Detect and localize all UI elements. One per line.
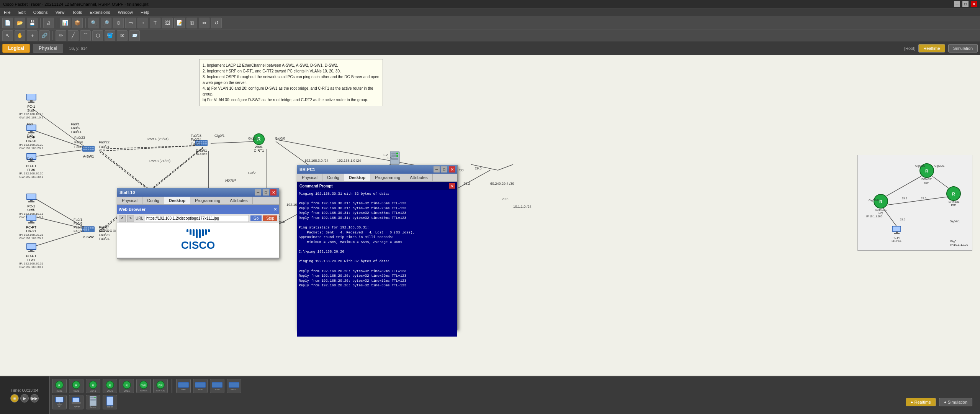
email-icon[interactable]: ✉ (117, 30, 128, 41)
menu-item-tools[interactable]: Tools (70, 9, 83, 15)
place-icon[interactable]: ＋ (27, 30, 38, 41)
stop-button[interactable]: Stop (263, 215, 277, 221)
draw-ellipse-icon[interactable]: ○ (137, 18, 148, 28)
bottom-simulation-btn[interactable]: ● Simulation (939, 398, 972, 406)
device-server[interactable]: Server (86, 395, 100, 409)
tab-physical[interactable]: Physical (117, 197, 142, 204)
menu-item-extensions[interactable]: Extensions (88, 9, 112, 15)
back-btn[interactable]: < (119, 215, 126, 222)
svg-point-63 (396, 153, 398, 154)
delete-icon[interactable]: 🗑 (187, 18, 197, 28)
device-819iox[interactable]: WR 819IOX (136, 379, 151, 393)
note-icon[interactable]: 📝 (174, 18, 185, 28)
pc-pt-it31-node[interactable]: PC-PTIT-31 IP: 192.168.30.31 GW:192.168.… (19, 243, 43, 269)
url-input[interactable] (145, 215, 249, 222)
device-sw-3560[interactable]: 3560 (210, 379, 224, 393)
dsw1-node[interactable]: D-SW1 J0-24PS (195, 138, 208, 156)
menu-item-edit[interactable]: Edit (17, 9, 27, 15)
zoom-reset-icon[interactable]: ⊙ (113, 18, 124, 28)
maximize-button[interactable]: □ (962, 1, 969, 7)
pdu2-icon[interactable]: 📨 (129, 30, 140, 41)
menu-item-help[interactable]: Help (139, 9, 151, 15)
print-icon[interactable]: 🖨 (43, 18, 54, 28)
select-icon[interactable]: ↖ (2, 30, 13, 41)
brpc1-tab-desktop[interactable]: Desktop (344, 174, 370, 181)
device-4331[interactable]: R 4331 (52, 379, 67, 393)
logical-mode-button[interactable]: Logical (2, 44, 30, 53)
menu-item-window[interactable]: Window (116, 9, 134, 15)
device-2911[interactable]: R 2911 (119, 379, 134, 393)
zoom-in-icon[interactable]: 🔍 (88, 18, 99, 28)
go-button[interactable]: Go (250, 215, 262, 221)
brpc1-tab-attributes[interactable]: Attributes (405, 174, 432, 181)
device-laptop[interactable]: Laptop (69, 395, 83, 409)
image-icon[interactable]: 🖼 (162, 18, 173, 28)
staff10-minimize-btn[interactable]: ─ (255, 189, 261, 196)
brpc1-minimize-btn[interactable]: ─ (434, 166, 440, 172)
brpc1-tab-physical[interactable]: Physical (297, 174, 322, 181)
bottom-realtime-btn[interactable]: ● Realtime (906, 398, 936, 406)
asw2-node[interactable]: A-SW2 (82, 224, 95, 239)
device-4321[interactable]: R 4321 (69, 379, 83, 393)
curve-icon[interactable]: ⌒ (80, 30, 91, 41)
pdu-icon[interactable]: 📦 (72, 18, 83, 28)
draw2-icon[interactable]: ✏ (56, 30, 66, 41)
device-819hcw[interactable]: WR 819HCW (153, 379, 168, 393)
save-icon[interactable]: 💾 (27, 18, 38, 28)
device-2901[interactable]: R 2901 (103, 379, 117, 393)
tab-attributes[interactable]: Attributes (225, 197, 252, 204)
simulation-button[interactable]: Simulation (948, 44, 978, 53)
pc-1-staff-node[interactable]: PC-1Staff- IP: 192.168.10.10 GW:192.168.… (19, 94, 43, 119)
menu-item-file[interactable]: File (2, 9, 12, 15)
menu-item-options[interactable]: Options (32, 9, 49, 15)
physical-mode-button[interactable]: Physical (33, 44, 63, 53)
device-1941[interactable]: R 1941 (86, 379, 100, 393)
asw1-node[interactable]: A-SW1 (82, 143, 95, 158)
play-btn[interactable]: ▶ (20, 394, 29, 402)
zoom-out-icon[interactable]: 🔎 (101, 18, 111, 28)
cmd-window[interactable]: Pinging 192.168.30.31 with 32 bytes of d… (297, 190, 457, 337)
svg-rect-96 (30, 221, 33, 222)
pc-pt-it30-node[interactable]: PC-PTIT-30 IP: 192.168.30.30 GW:192.168.… (19, 153, 43, 179)
brpc1-maximize-btn[interactable]: □ (441, 166, 447, 172)
close-button[interactable]: ✕ (971, 1, 977, 7)
forward-btn[interactable]: > (127, 215, 134, 222)
text-icon[interactable]: T (150, 18, 160, 28)
tab-programming[interactable]: Programming (190, 197, 225, 204)
draw-rect-icon[interactable]: ▭ (125, 18, 136, 28)
resize-icon[interactable]: ⇔ (199, 18, 209, 28)
pc-pt-hr21-node[interactable]: PC-PTHR-21 IP: 192.168.20.21 GW:192.168.… (19, 214, 43, 240)
fill-icon[interactable]: 🪣 (105, 30, 115, 41)
connect-icon[interactable]: 🔗 (39, 30, 50, 41)
staff10-maximize-btn[interactable]: □ (263, 189, 269, 196)
device-sw-2960[interactable]: 2960 (176, 379, 191, 393)
brpc1-close-btn[interactable]: ✕ (449, 166, 455, 172)
crt1-node[interactable]: R 2901C-RT1 (253, 134, 265, 153)
n295-label: 29.5 (475, 166, 482, 170)
poly-icon[interactable]: ⬡ (92, 30, 103, 41)
open-icon[interactable]: 📂 (15, 18, 25, 28)
activity-icon[interactable]: 📊 (60, 18, 70, 28)
tab-desktop[interactable]: Desktop (164, 197, 190, 204)
cmd-close-btn[interactable]: ✕ (449, 183, 455, 189)
stop-playback-btn[interactable]: ■ (10, 394, 19, 402)
pc-p-hr20-node[interactable]: PC-PHR-20 IP: 192.168.20.20 GW:192.168.2… (19, 124, 43, 150)
device-sw-3650[interactable]: 3650 (193, 379, 208, 393)
brpc1-tab-programming[interactable]: Programming (370, 174, 405, 181)
rotate-icon[interactable]: ↺ (211, 18, 222, 28)
tab-config[interactable]: Config (142, 197, 164, 204)
line-icon[interactable]: ╱ (68, 30, 79, 41)
move-icon[interactable]: ✋ (15, 30, 25, 41)
device-pc[interactable]: PC (52, 395, 67, 409)
device-tablet[interactable]: Tablet (103, 395, 117, 409)
browser-close-btn[interactable]: ✕ (273, 207, 277, 212)
realtime-button[interactable]: Realtime (918, 44, 945, 53)
menu-item-view[interactable]: View (54, 9, 66, 15)
device-sw-pt[interactable]: SW-PT (227, 379, 241, 393)
staff10-close-btn[interactable]: ✕ (270, 189, 276, 196)
fastforward-btn[interactable]: ▶▶ (30, 394, 39, 402)
minimize-button[interactable]: ─ (954, 1, 960, 7)
n292-label: 29.2 (463, 182, 470, 186)
brpc1-tab-config[interactable]: Config (322, 174, 344, 181)
new-icon[interactable]: 📄 (2, 18, 13, 28)
